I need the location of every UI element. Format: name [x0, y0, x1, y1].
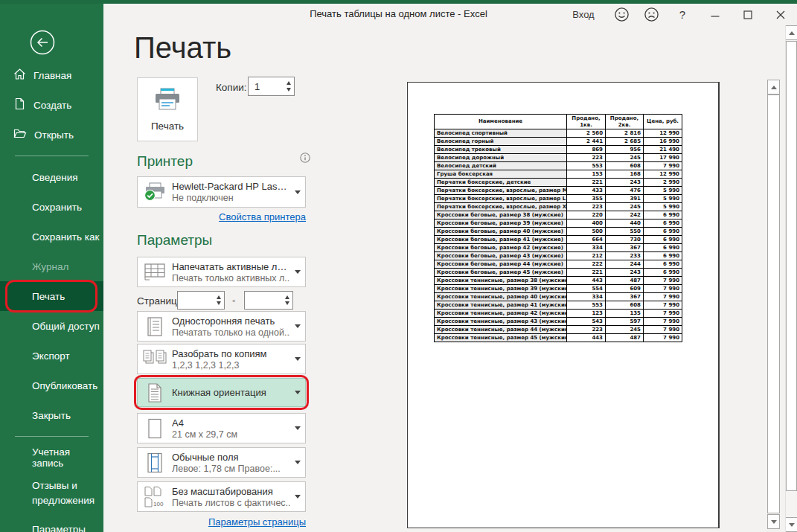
pages-to-stepper[interactable] [244, 291, 293, 310]
page-setup-link[interactable]: Параметры страницы [137, 516, 306, 528]
pages-to-decrement-button[interactable] [281, 301, 292, 306]
preview-table: Наименование Продано, 1кв. Продано, 2кв.… [434, 114, 682, 342]
table-row: Перчатки боксерские, детские2212432 990 [435, 179, 682, 187]
scroll-up-arrow-icon[interactable] [767, 80, 780, 94]
window-scrollbar-thumb[interactable] [786, 41, 797, 491]
value-cell: 730 [606, 236, 644, 244]
preview-scrollbar-thumb[interactable] [767, 94, 780, 513]
item-name-cell: Перчатки боксерские, взрослые, размер L [435, 195, 567, 203]
collate-icon [138, 350, 172, 369]
printer-select[interactable]: Hewlett-Packard HP LaserJe... Не подключ… [137, 176, 306, 208]
print-what-select[interactable]: Напечатать активные листы Печать только … [137, 257, 306, 287]
value-cell: 233 [606, 252, 644, 260]
sidebar-item-home[interactable]: Главная [0, 60, 103, 90]
duplex-select[interactable]: Односторонняя печать Печатать только на … [137, 311, 306, 342]
table-row: Кроссовки беговые, размер 44 (мужские)22… [435, 260, 682, 269]
maximize-button[interactable] [732, 4, 764, 25]
item-name-cell: Перчатки боксерские, взрослые, размер XL [435, 203, 567, 211]
printer-status-icon [138, 182, 172, 202]
titlebar: Печать таблицы на одном листе - Excel Вх… [0, 4, 797, 25]
page-title: Печать [134, 31, 231, 65]
table-row: Велосипед дорожный22324517 990 [435, 154, 682, 162]
scaling-select[interactable]: 100 Без масштабирования Печать листов с … [137, 481, 306, 512]
sidebar-item-label: Учетная запись [32, 446, 103, 469]
value-cell: 355 [567, 195, 606, 203]
help-button[interactable]: ? [666, 4, 699, 25]
sidebar-item-share[interactable]: Общий доступ [0, 311, 103, 341]
value-cell: 7 990 [644, 293, 682, 301]
info-icon[interactable] [300, 153, 310, 166]
pages-to-value [245, 292, 281, 309]
excel-window: Печать таблицы на одном листе - Excel Вх… [0, 0, 797, 532]
minimize-button[interactable] [699, 4, 732, 25]
sidebar-item-new[interactable]: Создать [0, 90, 103, 120]
copies-increment-button[interactable] [283, 80, 294, 86]
table-row: Кроссовки беговые, размер 42 (мужские)33… [435, 244, 682, 252]
sidebar-item-export[interactable]: Экспорт [0, 341, 103, 371]
sidebar-item-print[interactable]: Печать [0, 281, 103, 311]
value-cell: 222 [567, 260, 606, 269]
margins-select[interactable]: Обычные поля Левое: 1,78 см Правое:... [137, 447, 306, 478]
value-cell: 334 [567, 244, 606, 252]
value-cell: 7 990 [644, 285, 682, 293]
pages-from-decrement-button[interactable] [213, 301, 224, 306]
paper-size-select[interactable]: A4 21 см x 29,7 см [137, 413, 306, 443]
print-button[interactable]: Печать [137, 77, 198, 141]
pages-from-stepper[interactable] [177, 291, 225, 310]
table-row: Велосипед детский5536087 990 [435, 162, 682, 170]
table-row: Кроссовки теннисные, размер 39 (мужские)… [435, 285, 682, 293]
value-cell: 608 [606, 301, 644, 310]
frown-feedback-icon[interactable] [636, 4, 666, 25]
pages-from-increment-button[interactable] [213, 295, 224, 300]
preview-scrollbar[interactable] [767, 80, 780, 532]
value-cell: 7 990 [644, 318, 682, 326]
value-cell: 135 [606, 310, 644, 318]
value-cell: 6 990 [644, 211, 682, 219]
sidebar-item-label: Журнал [32, 261, 68, 272]
scroll-down-arrow-icon[interactable] [786, 517, 797, 532]
scroll-up-arrow-icon[interactable] [786, 25, 797, 40]
window-scrollbar[interactable] [785, 25, 797, 532]
sidebar-item-label: Отзывы и предложения [32, 478, 95, 508]
sidebar-item-info[interactable]: Сведения [0, 162, 103, 192]
value-cell: 6 990 [644, 219, 682, 228]
value-cell: 6 990 [644, 236, 682, 244]
open-folder-icon [13, 128, 27, 141]
orientation-select[interactable]: Книжная ориентация [137, 378, 306, 407]
sidebar-item-close[interactable]: Закрыть [0, 400, 103, 430]
sidebar-item-history[interactable]: Журнал [0, 251, 103, 281]
new-document-icon [13, 97, 26, 112]
chevron-down-icon [290, 426, 305, 430]
table-row: Велосипед горный2 4412 68516 990 [435, 138, 682, 146]
sidebar-item-save-as[interactable]: Сохранить как [0, 222, 103, 251]
sidebar-item-open[interactable]: Открыть [0, 120, 103, 150]
sign-in-button[interactable]: Вход [560, 4, 606, 25]
value-cell: 245 [606, 203, 644, 211]
copies-stepper[interactable]: 1 [248, 77, 295, 96]
smile-feedback-icon[interactable] [606, 4, 636, 25]
sidebar-item-save[interactable]: Сохранить [0, 192, 103, 222]
copies-decrement-button[interactable] [283, 87, 294, 92]
collate-select[interactable]: Разобрать по копиям 1,2,3 1,2,3 1,2,3 [137, 344, 306, 374]
sidebar-item-feedback[interactable]: Отзывы и предложения [0, 472, 103, 514]
value-cell: 433 [567, 187, 606, 195]
value-cell: 243 [606, 269, 644, 277]
value-cell: 12 990 [644, 129, 682, 138]
sidebar-item-publish[interactable]: Опубликовать [0, 371, 103, 400]
printer-properties-link[interactable]: Свойства принтера [137, 211, 306, 222]
chevron-down-icon [290, 461, 305, 464]
chevron-down-icon [290, 357, 305, 361]
value-cell: 869 [567, 146, 606, 154]
pages-to-increment-button[interactable] [281, 295, 292, 300]
value-cell: 334 [567, 293, 606, 301]
chevron-down-icon [290, 391, 305, 394]
value-cell: 597 [606, 318, 644, 326]
back-button[interactable] [30, 30, 55, 55]
sidebar-item-account[interactable]: Учетная запись [0, 443, 103, 472]
value-cell: 245 [606, 154, 644, 162]
scroll-down-arrow-icon[interactable] [767, 514, 780, 529]
sidebar-item-options[interactable]: Параметры [0, 514, 103, 532]
close-button[interactable] [764, 4, 797, 25]
one-sided-page-icon [138, 316, 172, 337]
printer-status: Не подключен [172, 193, 290, 203]
